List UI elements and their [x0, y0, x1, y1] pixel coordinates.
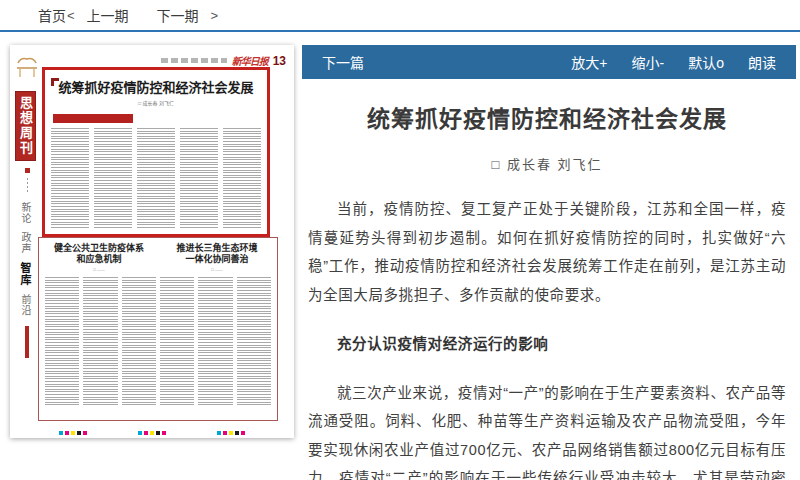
section-label-xinlun: 新论: [21, 202, 33, 224]
weekly-sidebar-strip: 思想周刊 新论 政声 智库 前沿: [15, 55, 39, 358]
section-label-zhengsheng: 政声: [21, 232, 33, 254]
text-column: [198, 277, 232, 407]
article-text-columns: [45, 277, 271, 407]
prev-issue-arrow-icon[interactable]: <: [67, 8, 75, 23]
epaper-reader: 首页 < 上一期 下一期 > 新华日报 13: [0, 0, 800, 480]
text-column: [180, 128, 218, 228]
article-title: 统筹抓好疫情防控和经济社会发展: [308, 100, 786, 134]
content-area: 新华日报 13 思想周刊 新论 政声 智库 前沿: [0, 32, 800, 480]
thumb-main-headline: 统筹抓好疫情防控和经济社会发展: [45, 77, 267, 96]
read-aloud-button[interactable]: 朗读: [748, 52, 776, 72]
section-label-qianyan: 前沿: [21, 294, 33, 316]
main-article-box[interactable]: 统筹抓好疫情防控和经济社会发展 □ 成长春 刘飞仁: [42, 67, 270, 237]
text-column: [122, 277, 156, 407]
text-column: [237, 277, 271, 407]
zoom-out-button[interactable]: 缩小-: [632, 52, 665, 72]
text-column: [94, 128, 132, 228]
headline-byline-placeholder: □ ——: [45, 267, 153, 272]
thumb-main-byline: □ 成长春 刘飞仁: [45, 99, 267, 106]
thumb-right-headline: 推进长三角生态环境 一体化协同善治 □ ——: [163, 243, 271, 272]
text-column: [160, 277, 194, 407]
print-registration-marks: [10, 431, 294, 435]
corner-mark-icon: [51, 78, 59, 86]
headline-line: 一体化协同善治: [163, 254, 271, 265]
page-thumbnail-column: 新华日报 13 思想周刊 新论 政声 智库 前沿: [0, 45, 302, 480]
headline-byline-placeholder: □ ——: [163, 267, 271, 272]
masthead: 新华日报 13: [161, 53, 286, 68]
headline-line: 推进长三角生态环境: [163, 243, 271, 254]
article-byline: □ 成长春 刘飞仁: [308, 154, 786, 173]
zoom-default-button[interactable]: 默认o: [688, 52, 724, 72]
next-issue-arrow-icon[interactable]: >: [211, 8, 219, 23]
thumb-left-headline: 健全公共卫生防疫体系 和应急机制 □ ——: [45, 243, 153, 272]
next-article-button[interactable]: 下一篇: [322, 52, 364, 72]
article-body: 当前，疫情防控、复工复产正处于关键阶段，江苏和全国一样，疫情蔓延势头得到初步遏制…: [308, 195, 786, 480]
headline-line: 和应急机制: [45, 254, 153, 265]
prev-issue-link[interactable]: 上一期: [87, 5, 129, 25]
section-label-zhiku: 智库: [21, 262, 33, 286]
article-reader-column: 下一篇 放大+ 缩小- 默认o 朗读 统筹抓好疫情防控和经济社会发展 □ 成长春…: [302, 45, 796, 480]
page-number: 13: [273, 54, 286, 68]
zoom-in-button[interactable]: 放大+: [571, 52, 607, 72]
headline-line: 健全公共卫生防疫体系: [45, 243, 153, 254]
article-section-heading: 充分认识疫情对经济运行的影响: [308, 330, 786, 359]
newspaper-logo: 新华日报: [232, 53, 268, 68]
article-text-columns: [51, 128, 261, 228]
article-paragraph: 当前，疫情防控、复工复产正处于关键阶段，江苏和全国一样，疫情蔓延势头得到初步遏制…: [308, 195, 786, 309]
red-dot-icon: [25, 168, 30, 173]
masthead-info-placeholder: [161, 58, 227, 63]
dotted-divider: [27, 178, 28, 194]
top-navigation: 首页 < 上一期 下一期 >: [0, 0, 800, 32]
next-issue-link[interactable]: 下一期: [157, 5, 199, 25]
text-column: [83, 277, 117, 407]
home-link[interactable]: 首页: [38, 5, 66, 25]
text-column: [223, 128, 261, 228]
red-highlight-banner: [53, 114, 133, 123]
secondary-headlines: 健全公共卫生防疫体系 和应急机制 □ —— 推进长三角生态环境 一体化协同善治 …: [45, 243, 271, 272]
text-column: [51, 128, 89, 228]
text-column: [137, 128, 175, 228]
article-content: 统筹抓好疫情防控和经济社会发展 □ 成长春 刘飞仁 当前，疫情防控、复工复产正处…: [302, 100, 796, 480]
red-bar-decoration: [25, 326, 29, 358]
newspaper-page-image[interactable]: 新华日报 13 思想周刊 新论 政声 智库 前沿: [10, 45, 294, 438]
text-column: [45, 277, 79, 407]
roof-ornament-icon: [16, 55, 38, 81]
reader-toolbar: 下一篇 放大+ 缩小- 默认o 朗读: [302, 45, 796, 79]
weekly-title-banner: 思想周刊: [15, 91, 36, 161]
article-paragraph: 就三次产业来说，疫情对“一产”的影响在于生产要素资料、农产品等流通受阻。饲料、化…: [308, 379, 786, 480]
secondary-articles-box[interactable]: 健全公共卫生防疫体系 和应急机制 □ —— 推进长三角生态环境 一体化协同善治 …: [38, 237, 278, 421]
